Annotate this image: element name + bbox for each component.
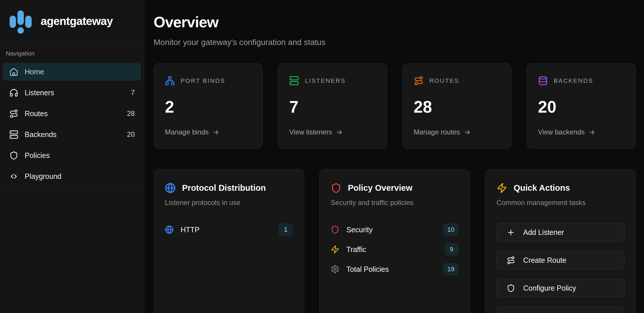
sidebar-divider — [3, 190, 141, 190]
arrow-right-icon — [464, 129, 471, 136]
headphones-icon — [9, 88, 18, 97]
stat-card-listeners: LISTENERS 7 View listeners — [278, 63, 387, 149]
stat-label: PORT BINDS — [181, 77, 225, 84]
policy-row-label: Traffic — [346, 245, 366, 254]
page-title: Overview — [154, 13, 636, 31]
policy-row-label: Total Policies — [346, 265, 389, 274]
panel-title: Quick Actions — [514, 183, 570, 193]
stat-value: 28 — [414, 99, 500, 115]
sidebar-item-routes[interactable]: Routes 28 — [3, 105, 141, 123]
panel-header: Protocol Distribution — [165, 183, 293, 193]
panel-subtitle: Common management tasks — [497, 199, 625, 207]
panels-row: Protocol Distribution Listener protocols… — [154, 169, 636, 313]
stats-row: PORT BINDS 2 Manage binds LISTENERS 7 Vi… — [154, 63, 636, 149]
shield-icon — [331, 183, 341, 193]
view-listeners-link[interactable]: View listeners — [289, 128, 376, 136]
sidebar-nav: Navigation Home Listeners 7 Routes 28 — [0, 42, 144, 190]
sidebar-item-label: Routes — [25, 109, 48, 118]
sidebar-item-label: Backends — [25, 130, 57, 139]
policy-count-badge: 10 — [443, 223, 459, 236]
add-listener-button[interactable]: Add Listener — [497, 223, 625, 242]
route-icon — [507, 256, 515, 265]
button-label: Add Listener — [523, 228, 564, 237]
main-content: Overview Monitor your gateway's configur… — [144, 0, 644, 313]
sidebar-item-listeners[interactable]: Listeners 7 — [3, 84, 141, 102]
button-label: Create Route — [523, 256, 566, 265]
panel-body: Add Listener Create Route Configure Poli… — [497, 223, 625, 313]
stat-value: 2 — [165, 99, 251, 115]
policy-count-badge: 9 — [444, 243, 459, 256]
stat-label: BACKENDS — [554, 77, 593, 84]
plus-icon — [507, 228, 515, 237]
stat-link-label: Manage binds — [165, 128, 209, 136]
sidebar: agentgateway Navigation Home Listeners 7… — [0, 0, 144, 313]
stat-link-label: View listeners — [289, 128, 332, 136]
policy-count-badge: 19 — [443, 263, 459, 276]
configure-policy-button[interactable]: Configure Policy — [497, 279, 625, 297]
policy-row-total: Total Policies 19 — [331, 262, 459, 276]
stat-card-header: BACKENDS — [538, 76, 625, 86]
shield-icon — [507, 284, 515, 292]
arrow-right-icon — [336, 129, 343, 136]
stat-card-header: ROUTES — [414, 76, 500, 86]
route-icon — [414, 76, 424, 86]
stat-link-label: Manage routes — [414, 128, 460, 136]
view-backends-link[interactable]: View backends — [538, 128, 625, 136]
stat-value: 7 — [289, 99, 376, 115]
route-icon — [9, 109, 18, 118]
sidebar-item-home[interactable]: Home — [3, 63, 141, 81]
globe-icon — [165, 183, 176, 193]
manage-routes-link[interactable]: Manage routes — [414, 128, 500, 136]
stat-card-backends: BACKENDS 20 View backends — [527, 63, 636, 149]
panel-title: Policy Overview — [348, 183, 412, 193]
panel-header: Policy Overview — [331, 183, 459, 193]
sidebar-item-policies[interactable]: Policies — [3, 146, 141, 164]
stat-link-label: View backends — [538, 128, 585, 136]
sidebar-item-count: 28 — [127, 109, 135, 118]
quick-actions-panel: Quick Actions Common management tasks Ad… — [485, 169, 636, 313]
panel-subtitle: Security and traffic policies — [331, 199, 459, 207]
sidebar-item-label: Policies — [25, 151, 50, 160]
sidebar-item-label: Listeners — [25, 89, 54, 97]
agentgateway-logo-icon — [9, 8, 33, 34]
policy-row-security: Security 10 — [331, 223, 459, 236]
panel-body: HTTP 1 — [165, 223, 293, 236]
server-icon — [289, 76, 299, 86]
zap-icon — [497, 183, 507, 193]
stat-value: 20 — [538, 99, 625, 115]
server-icon — [9, 130, 18, 139]
sidebar-item-count: 7 — [131, 89, 135, 97]
sidebar-item-label: Home — [25, 68, 44, 76]
button-label: Configure Policy — [523, 284, 576, 292]
arrow-right-icon — [212, 129, 220, 136]
network-icon — [165, 76, 175, 86]
stat-label: LISTENERS — [305, 77, 346, 84]
protocol-distribution-panel: Protocol Distribution Listener protocols… — [154, 169, 304, 313]
brand[interactable]: agentgateway — [0, 0, 144, 42]
panel-body: Security 10 Traffic 9 Total Policies 19 — [331, 223, 459, 276]
protocol-label: HTTP — [181, 226, 199, 234]
sidebar-item-backends[interactable]: Backends 20 — [3, 125, 141, 143]
protocol-count-badge: 1 — [278, 223, 293, 236]
code-icon — [9, 172, 18, 181]
shield-icon — [9, 151, 18, 160]
protocol-row-http: HTTP 1 — [165, 223, 293, 236]
stat-card-header: LISTENERS — [289, 76, 376, 86]
panel-title: Protocol Distribution — [182, 183, 266, 193]
policy-overview-panel: Policy Overview Security and traffic pol… — [319, 169, 470, 313]
policy-row-traffic: Traffic 9 — [331, 243, 459, 256]
manage-binds-link[interactable]: Manage binds — [165, 128, 251, 136]
sidebar-item-label: Playground — [25, 172, 61, 181]
quick-action-button-partial[interactable] — [497, 307, 625, 313]
database-icon — [538, 76, 548, 86]
globe-icon — [165, 225, 174, 234]
arrow-right-icon — [588, 129, 596, 136]
sidebar-item-playground[interactable]: Playground — [3, 167, 141, 185]
sidebar-item-count: 20 — [127, 130, 135, 138]
brand-name: agentgateway — [41, 15, 113, 28]
create-route-button[interactable]: Create Route — [497, 251, 625, 269]
shield-icon — [331, 225, 339, 234]
stat-label: ROUTES — [429, 77, 459, 84]
page-subtitle: Monitor your gateway's configuration and… — [154, 38, 636, 47]
policy-row-label: Security — [346, 226, 373, 234]
